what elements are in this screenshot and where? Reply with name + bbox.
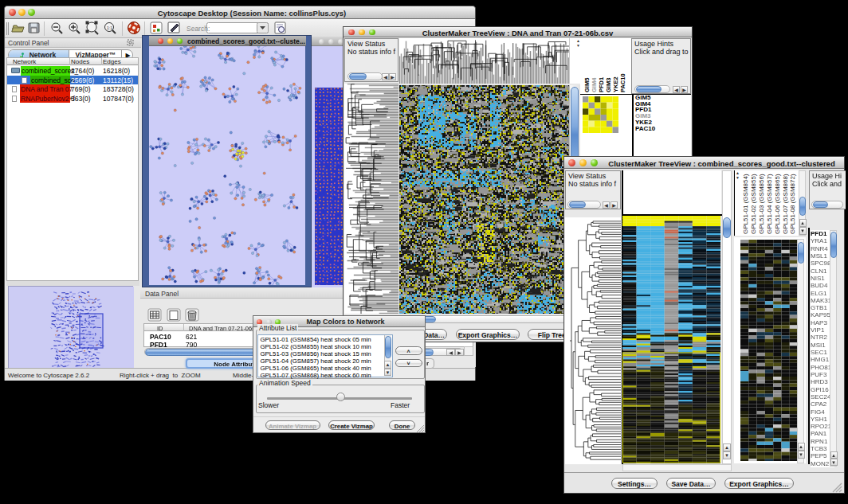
svg-text:1:1: 1:1: [107, 25, 112, 30]
